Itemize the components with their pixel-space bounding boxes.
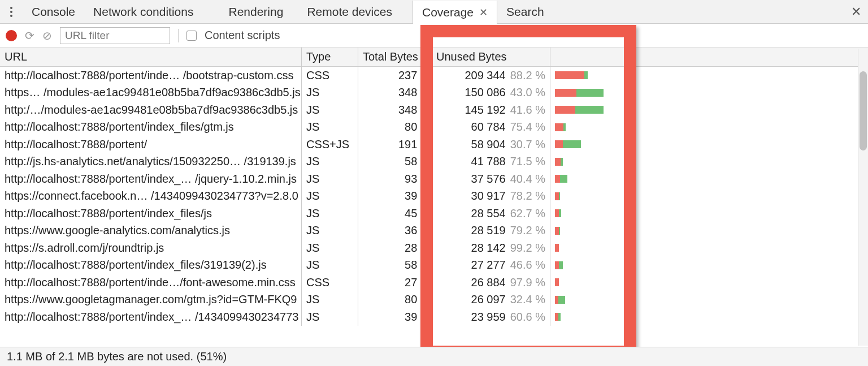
cell-unused: 209 34488.2 % [432,67,550,84]
cell-total: 39 5 [358,308,432,326]
cell-type: JS [302,84,358,102]
cell-bar [550,119,635,136]
cell-unused: 28 14299.2 % [432,239,550,257]
cell-type: JS [302,170,358,188]
table-row[interactable]: http:/…/modules-ae1ac99481e08b5ba7df9ac9… [0,101,868,119]
cell-url: http://localhost:7888/portent/inde… /boo… [0,67,302,84]
cell-bar [550,222,635,240]
status-text: 1.1 MB of 2.1 MB bytes are not used. (51… [7,350,227,363]
cell-unused: 28 51979.2 % [432,222,550,240]
cell-type: JS [302,291,358,309]
cell-type: JS [302,188,358,205]
table-row[interactable]: https://s.adroll.com/j/roundtrip.jsJS28 … [0,239,868,257]
cell-total: 58 4 [358,153,432,171]
cell-url: http://localhost:7888/portent/index_… /1… [0,308,302,326]
cell-url: http://localhost:7888/portent/ [0,136,302,153]
cell-bar [550,170,635,188]
cell-unused: 30 91778.2 % [432,188,550,205]
cell-total: 58 4 [358,257,432,274]
clear-icon[interactable]: ⊘ [42,29,52,42]
cell-url: http://localhost:7888/portent/index_file… [0,257,302,274]
cell-unused: 27 27746.6 % [432,257,550,274]
cell-total: 80 5 [358,291,432,309]
cell-type: JS [302,222,358,240]
cell-unused: 37 57640.4 % [432,170,550,188]
table-row[interactable]: http://localhost:7888/portent/CSS+JS191 … [0,136,868,153]
table-row[interactable]: http://localhost:7888/portent/index_… /1… [0,308,868,326]
cell-total: 80 5 [358,119,432,136]
table-row[interactable]: http://localhost:7888/portent/inde… /boo… [0,67,868,84]
col-total[interactable]: Total Bytes [358,48,432,66]
status-bar: 1.1 MB of 2.1 MB bytes are not used. (51… [0,347,868,366]
cell-total: 237 4 [358,67,432,84]
tab-label: Coverage [422,6,474,19]
close-drawer-icon[interactable]: ✕ [851,5,861,19]
cell-total: 348 7 [358,84,432,102]
cell-unused: 26 88497.9 % [432,274,550,291]
cell-url: http://js.hs-analytics.net/analytics/150… [0,153,302,171]
cell-bar [550,153,635,171]
table-row[interactable]: https://connect.facebook.n… /14340994302… [0,188,868,205]
cell-unused: 28 55462.7 % [432,205,550,222]
tab-search[interactable]: Search [497,0,553,23]
record-button[interactable] [6,30,17,41]
vertical-scrollbar[interactable] [858,49,868,346]
coverage-toolbar: ⟳ ⊘ Content scripts [0,24,868,48]
tab-rendering[interactable]: Rendering [219,0,292,23]
scrollbar-thumb[interactable] [860,71,867,150]
cell-total: 93 0 [358,170,432,188]
cell-total: 36 0 [358,222,432,240]
cell-url: https://www.googletagmanager.com/gtm.js?… [0,291,302,309]
reload-icon[interactable]: ⟳ [25,29,34,42]
cell-bar [550,67,635,84]
cell-url: http://localhost:7888/portent/inde…/font… [0,274,302,291]
cell-bar [550,239,635,257]
table-row[interactable]: http://localhost:7888/portent/index_… /j… [0,170,868,188]
cell-total: 28 3 [358,239,432,257]
cell-bar [550,136,635,153]
table-row[interactable]: http://localhost:7888/portent/index_file… [0,205,868,222]
col-unused[interactable]: Unused Bytes [432,48,550,66]
table-row[interactable]: https://www.googletagmanager.com/gtm.js?… [0,291,868,309]
cell-url: https… /modules-ae1ac99481e08b5ba7df9ac9… [0,84,302,102]
table-row[interactable]: https… /modules-ae1ac99481e08b5ba7df9ac9… [0,84,868,102]
col-bar [550,48,635,66]
cell-type: JS [302,205,358,222]
cell-bar [550,291,635,309]
cell-type: JS [302,308,358,326]
table-row[interactable]: http://js.hs-analytics.net/analytics/150… [0,153,868,171]
tab-coverage[interactable]: Coverage ✕ [413,1,497,24]
cell-bar [550,188,635,205]
table-row[interactable]: http://localhost:7888/portent/index_file… [0,257,868,274]
cell-bar [550,101,635,119]
cell-bar [550,274,635,291]
cell-type: CSS [302,67,358,84]
close-icon[interactable]: ✕ [479,6,488,19]
cell-url: http://localhost:7888/portent/index_file… [0,205,302,222]
cell-total: 39 5 [358,188,432,205]
col-type[interactable]: Type [302,48,358,66]
cell-url: https://connect.facebook.n… /14340994302… [0,188,302,205]
more-menu-icon[interactable] [0,7,23,17]
cell-bar [550,257,635,274]
table-row[interactable]: http://localhost:7888/portent/index_file… [0,119,868,136]
cell-unused: 41 78871.5 % [432,153,550,171]
cell-total: 191 6 [358,136,432,153]
cell-type: CSS [302,274,358,291]
url-filter-input[interactable] [60,27,170,44]
tab-console[interactable]: Console [23,0,84,23]
cell-total: 27 4 [358,274,432,291]
content-scripts-checkbox[interactable] [186,31,197,41]
cell-type: JS [302,119,358,136]
cell-url: http:/…/modules-ae1ac99481e08b5ba7df9ac9… [0,101,302,119]
cell-total: 348 7 [358,101,432,119]
table-row[interactable]: http://localhost:7888/portent/inde…/font… [0,274,868,291]
tab-network-conditions[interactable]: Network conditions [84,0,202,23]
table-row[interactable]: https://www.google-analytics.com/analyti… [0,222,868,240]
tab-remote-devices[interactable]: Remote devices [298,0,401,23]
cell-type: JS [302,101,358,119]
table-header: URL Type Total Bytes Unused Bytes [0,48,868,67]
cell-url: https://s.adroll.com/j/roundtrip.js [0,239,302,257]
col-url[interactable]: URL [0,48,302,66]
coverage-rows: http://localhost:7888/portent/inde… /boo… [0,67,868,326]
